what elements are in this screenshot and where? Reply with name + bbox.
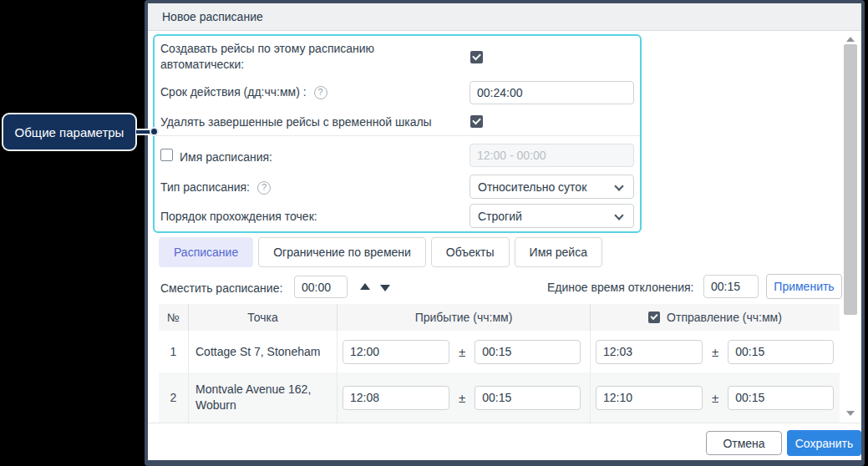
tab-bar: Расписание Ограничение по времени Объект… <box>159 237 602 267</box>
schedule-type-label-row: Тип расписания: ? <box>160 180 271 195</box>
row-point: Montvale Avenue 162, Woburn <box>189 372 338 423</box>
departure-deviation-input[interactable] <box>728 386 834 410</box>
tab-schedule[interactable]: Расписание <box>159 237 253 267</box>
validity-input[interactable] <box>470 81 634 104</box>
deviation-input[interactable] <box>703 275 759 298</box>
plus-minus-label: ± <box>459 391 465 405</box>
header-departure: Отправление (чч:мм) <box>591 304 840 331</box>
help-icon[interactable]: ? <box>314 86 327 99</box>
remove-finished-label: Удалять завершенные рейсы с временной шк… <box>160 114 432 130</box>
apply-button[interactable]: Применить <box>766 274 842 299</box>
schedule-type-label: Тип расписания: <box>160 180 250 195</box>
plus-minus-label: ± <box>459 345 465 359</box>
cancel-button[interactable]: Отмена <box>706 431 782 455</box>
shift-schedule-label: Сместить расписание: <box>160 281 282 296</box>
dialog-title-bar: Новое расписание <box>148 3 861 31</box>
arrival-deviation-input[interactable] <box>475 340 581 364</box>
point-order-value: Строгий <box>478 210 522 223</box>
spinner-down-icon[interactable] <box>380 285 390 291</box>
row-num: 2 <box>159 372 189 423</box>
save-button[interactable]: Сохранить <box>787 430 861 456</box>
table-header-row: № Точка Прибытие (чч:мм) Отправление (чч… <box>159 304 840 331</box>
header-num: № <box>159 304 189 331</box>
table-row: 1 Cottage St 7, Stoneham ± ± <box>159 331 840 372</box>
schedule-type-select[interactable]: Относительно суток <box>470 175 634 199</box>
scroll-up-icon[interactable] <box>846 37 855 42</box>
arrival-time-input[interactable] <box>343 340 449 364</box>
auto-create-label: Создавать рейсы по этому расписанию авто… <box>160 41 411 73</box>
callout-label: Общие параметры <box>15 125 124 139</box>
header-arrival: Прибытие (чч:мм) <box>338 304 591 331</box>
point-order-label: Порядок прохождения точек: <box>160 209 317 225</box>
plus-minus-label: ± <box>712 345 718 359</box>
screenshot-root: Новое расписание Создавать рейсы по этом… <box>0 0 868 466</box>
dialog-title: Новое расписание <box>162 10 263 23</box>
shift-schedule-input[interactable] <box>294 276 348 298</box>
group-divider <box>155 135 640 136</box>
arrival-time-input[interactable] <box>343 386 449 410</box>
tab-time-limit[interactable]: Ограничение по времени <box>258 237 426 267</box>
deviation-label: Единое время отклонения: <box>547 280 693 296</box>
departure-time-input[interactable] <box>596 386 703 410</box>
departure-checkbox[interactable] <box>648 312 660 323</box>
header-point: Точка <box>189 304 338 331</box>
row-arrival-cell: ± <box>338 331 591 372</box>
chevron-down-icon <box>614 181 623 190</box>
row-departure-cell: ± <box>591 331 840 372</box>
callout-general-params: Общие параметры <box>2 113 137 151</box>
header-departure-label: Отправление (чч:мм) <box>667 311 782 324</box>
remove-finished-checkbox[interactable] <box>470 115 483 128</box>
row-num: 1 <box>159 331 189 372</box>
chevron-down-icon <box>614 210 623 220</box>
schedule-type-value: Относительно суток <box>478 180 586 194</box>
row-point: Cottage St 7, Stoneham <box>189 331 338 372</box>
arrival-deviation-input[interactable] <box>475 386 581 410</box>
point-order-select[interactable]: Строгий <box>470 204 634 228</box>
departure-deviation-input[interactable] <box>728 340 834 364</box>
validity-label-row: Срок действия (дд:чч:мм) : ? <box>160 84 327 100</box>
tab-objects[interactable]: Объекты <box>431 237 510 267</box>
schedule-name-checkbox[interactable] <box>160 149 173 161</box>
scroll-down-icon[interactable] <box>846 411 855 416</box>
auto-create-checkbox[interactable] <box>470 51 483 63</box>
tab-trip-name[interactable]: Имя рейса <box>515 237 602 267</box>
row-departure-cell: ± <box>591 372 840 423</box>
callout-connector-dot <box>150 127 159 136</box>
validity-label: Срок действия (дд:чч:мм) : <box>160 84 307 100</box>
row-arrival-cell: ± <box>338 372 591 423</box>
departure-time-input[interactable] <box>596 340 703 364</box>
scrollbar-thumb[interactable] <box>844 44 857 315</box>
schedule-name-label: Имя расписания: <box>180 149 272 165</box>
help-icon[interactable]: ? <box>257 181 271 195</box>
spinner-up-icon[interactable] <box>360 283 370 290</box>
points-table: № Точка Прибытие (чч:мм) Отправление (чч… <box>159 304 840 423</box>
table-row: 2 Montvale Avenue 162, Woburn ± ± <box>159 372 840 423</box>
footer-divider <box>148 423 861 423</box>
plus-minus-label: ± <box>712 391 718 405</box>
schedule-name-input[interactable] <box>470 144 634 167</box>
